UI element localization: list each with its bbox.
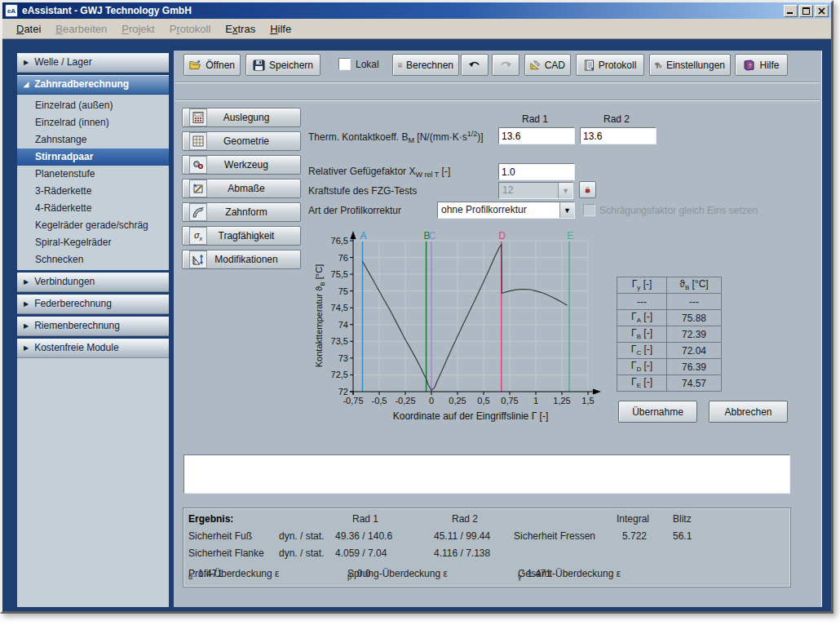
sidebar-item-spiral-kegelräder[interactable]: Spiral-Kegelräder	[17, 234, 169, 251]
svg-text:D: D	[498, 230, 506, 242]
cancel-button[interactable]: Abbrechen	[709, 401, 788, 423]
results-row-label: Sicherheit Fuß	[188, 530, 252, 542]
open-button[interactable]: Öffnen	[183, 54, 241, 76]
sidebar-section-kostenfreie-module[interactable]: ▶Kostenfreie Module	[17, 339, 169, 358]
sidebar-item-stirnradpaar[interactable]: Stirnradpaar	[17, 148, 169, 166]
results-integral-value: 5.722	[622, 530, 647, 542]
gamma-cell-value: 72.04	[667, 343, 722, 359]
gamma-cell-label: ΓC [-]	[617, 343, 667, 359]
nav-button-label: Abmaße	[209, 183, 284, 194]
undo-button[interactable]	[461, 54, 489, 76]
geometrie-button[interactable]: Geometrie	[182, 131, 301, 151]
sidebar-section-label: Kostenfreie Module	[34, 342, 118, 353]
svg-text:72,5: 72,5	[331, 370, 348, 379]
window-title: eAssistant - GWJ Technology GmbH	[22, 5, 784, 16]
cad-button-label: CAD	[545, 60, 565, 71]
sidebar-item-zahnstange[interactable]: Zahnstange	[17, 131, 169, 148]
svg-text:74: 74	[338, 320, 348, 330]
sidebar-section-label: Verbindungen	[34, 276, 95, 287]
gamma-cell-label: ΓA [-]	[617, 310, 667, 326]
menu-item-extras[interactable]: Extras	[218, 21, 263, 37]
apply-button[interactable]: Übernahme	[618, 401, 697, 423]
menu-item-projekt: Projekt	[114, 21, 161, 37]
rad2-column-header: Rad 2	[592, 113, 641, 125]
main-panel: Öffnen Speichern Lokal Berechnen	[174, 51, 822, 607]
results-panel: Ergebnis: Rad 1 Rad 2 Integral Blitz Sic…	[183, 508, 791, 587]
svg-text:-0,75: -0,75	[343, 396, 363, 406]
gamma-cell-value: 74.57	[667, 375, 722, 392]
menu-item-bearbeiten: Bearbeiten	[48, 21, 114, 37]
gamma-cell-label: ΓD [-]	[617, 359, 667, 375]
auslegung-button[interactable]: Auslegung	[182, 108, 301, 127]
close-button[interactable]	[815, 5, 829, 17]
therm-coeff-rad2-input[interactable]	[580, 127, 657, 144]
tragfähigkeit-button[interactable]: σxTragfähigkeit	[182, 226, 301, 246]
minimize-button[interactable]	[784, 5, 798, 17]
svg-text:0,5: 0,5	[477, 396, 489, 406]
results-fressen-label: Sicherheit Fressen	[514, 530, 595, 542]
calculator-icon	[189, 109, 207, 126]
results-integral-header: Integral	[617, 513, 649, 525]
sidebar-section-riemenberechnung[interactable]: ▶Riemenberechnung	[17, 317, 169, 336]
svg-text:-0,5: -0,5	[372, 396, 387, 406]
local-checkbox[interactable]: Lokal	[338, 58, 379, 70]
settings-button[interactable]: Einstellungen	[649, 54, 731, 76]
cad-button[interactable]: CAD	[524, 54, 571, 76]
sidebar-section-verbindungen[interactable]: ▶Verbindungen	[17, 273, 169, 292]
therm-coeff-rad1-input[interactable]	[498, 127, 575, 144]
gear-segment-icon	[189, 203, 207, 221]
menu-item-hilfe[interactable]: Hilfe	[263, 21, 298, 37]
sidebar-section-label: Welle / Lager	[34, 56, 91, 68]
werkzeug-button[interactable]: Werkzeug	[182, 155, 301, 175]
fzg-dropdown: 12 ▼	[498, 182, 573, 199]
contact-temp-chart: ABCDE-0,75-0,5-0,2500,250,50,7511,251,57…	[314, 230, 608, 434]
expanded-triangle-icon: ◢	[24, 81, 29, 88]
gamma-table-row: ------	[617, 294, 722, 310]
sidebar-section-federberechnung[interactable]: ▶Federberechnung	[17, 295, 169, 314]
zahnform-button[interactable]: Zahnform	[182, 202, 301, 222]
svg-text:76: 76	[338, 253, 348, 263]
gefuegefaktor-input[interactable]	[498, 163, 575, 180]
sidebar-item-4-räderkette[interactable]: 4-Räderkette	[17, 200, 169, 217]
results-rad1-header: Rad 1	[338, 513, 392, 525]
calculate-button[interactable]: Berechnen	[392, 54, 459, 76]
svg-text:-0,25: -0,25	[395, 396, 415, 406]
message-area[interactable]	[183, 454, 790, 494]
protocol-button[interactable]: Protokoll	[576, 54, 644, 76]
results-row-mode: dyn. / stat.	[279, 547, 324, 559]
sidebar-item-kegelräder-gerade-schräg[interactable]: Kegelräder gerade/schräg	[17, 217, 169, 234]
profilkorrektur-dropdown[interactable]: ohne Profilkorrektur ▼	[437, 202, 575, 219]
sidebar-filler	[17, 358, 169, 607]
svg-text:0: 0	[429, 396, 434, 406]
svg-text:A: A	[360, 230, 367, 242]
svg-text:75,5: 75,5	[331, 269, 348, 279]
modifikationen-button[interactable]: Modifikationen	[182, 250, 301, 269]
svg-text:1: 1	[533, 396, 538, 406]
collapsed-triangle-icon: ▶	[24, 59, 29, 66]
sidebar-item-einzelrad-innen-[interactable]: Einzelrad (innen)	[17, 114, 169, 131]
results-row-rad1-value: 49.36 / 140.6	[335, 530, 392, 542]
sidebar-item-3-räderkette[interactable]: 3-Räderkette	[17, 183, 169, 200]
nav-button-label: Zahnform	[209, 206, 284, 218]
schraegungsfaktor-checkbox	[583, 204, 595, 216]
gamma-cell-value: ϑB [°C]	[667, 277, 722, 294]
results-title: Ergebnis:	[188, 513, 233, 525]
fzg-lock-button[interactable]	[579, 181, 596, 198]
menu-item-datei[interactable]: Datei	[9, 21, 48, 37]
redo-button[interactable]	[492, 54, 519, 76]
titlebar: eA eAssistant - GWJ Technology GmbH	[2, 2, 831, 19]
sidebar-section-zahnradberechnung[interactable]: ◢Zahnradberechnung	[17, 75, 169, 95]
save-button[interactable]: Speichern	[245, 54, 321, 76]
abmaße-button[interactable]: Abmaße	[182, 179, 301, 198]
sidebar-item-planetenstufe[interactable]: Planetenstufe	[17, 166, 169, 183]
sidebar-item-einzelrad-außen-[interactable]: Einzelrad (außen)	[17, 97, 169, 114]
save-floppy-icon	[253, 60, 265, 71]
maximize-button[interactable]	[799, 5, 813, 17]
sidebar-section-welle-lager[interactable]: ▶Welle / Lager	[17, 53, 169, 73]
sidebar: ▶Welle / Lager◢ZahnradberechnungEinzelra…	[17, 51, 169, 607]
help-button[interactable]: ? Hilfe	[735, 54, 788, 76]
sidebar-item-schnecken[interactable]: Schnecken	[17, 251, 169, 268]
local-checkbox-box[interactable]	[338, 58, 351, 70]
svg-text:74,5: 74,5	[331, 303, 348, 312]
nav-button-label: Werkzeug	[209, 159, 284, 171]
